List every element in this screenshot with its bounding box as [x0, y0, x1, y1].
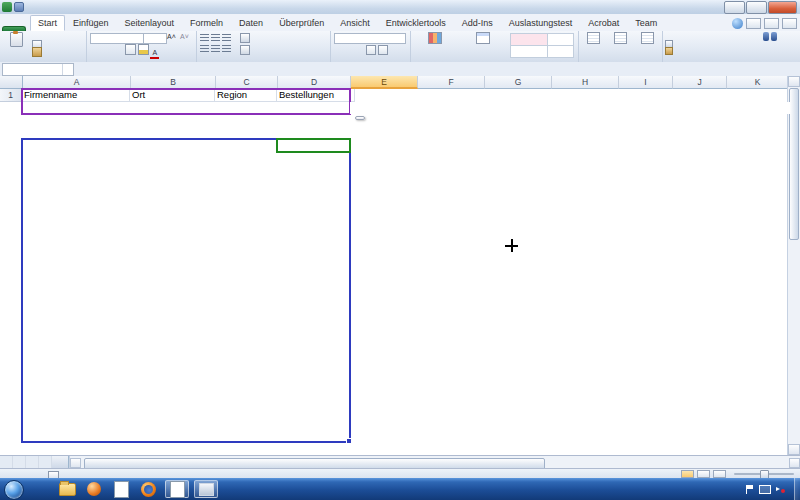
percent-format-button[interactable] — [345, 46, 354, 55]
ribbon-tab-entwicklertools[interactable]: Entwicklertools — [378, 15, 454, 31]
active-cell-editor[interactable] — [350, 102, 790, 115]
underline-button[interactable] — [111, 46, 120, 55]
align-right-icon[interactable] — [222, 45, 231, 53]
ribbon-tab-einfügen[interactable]: Einfügen — [65, 15, 117, 31]
action-center-icon[interactable] — [746, 485, 754, 494]
cell-E1[interactable] — [350, 89, 355, 102]
name-box-dropdown-icon[interactable] — [62, 64, 73, 75]
find-select-button[interactable] — [754, 32, 786, 42]
conditional-formatting-button[interactable] — [412, 32, 458, 45]
column-header-K[interactable]: K — [727, 76, 789, 89]
cell-B1[interactable]: Ort — [130, 89, 215, 102]
vertical-scrollbar[interactable] — [787, 76, 800, 455]
save-button[interactable] — [14, 2, 24, 12]
column-header-B[interactable]: B — [131, 76, 216, 89]
cell-A1[interactable]: Firmenname — [22, 89, 130, 102]
ribbon-tab-team[interactable]: Team — [627, 15, 665, 31]
ribbon-tab-acrobat[interactable]: Acrobat — [580, 15, 627, 31]
ribbon-tab-ansicht[interactable]: Ansicht — [332, 15, 378, 31]
borders-button[interactable] — [125, 44, 136, 55]
network-icon[interactable] — [759, 485, 771, 494]
italic-button[interactable] — [101, 46, 110, 55]
align-center-icon[interactable] — [211, 45, 220, 53]
workbook-close-icon[interactable] — [782, 18, 797, 29]
paste-button[interactable] — [2, 32, 30, 47]
font-name-select[interactable] — [90, 33, 144, 44]
ribbon-tab-seitenlayout[interactable]: Seitenlayout — [117, 15, 183, 31]
align-top-icon[interactable] — [200, 34, 209, 42]
ribbon-tab-formeln[interactable]: Formeln — [182, 15, 231, 31]
normal-view-button[interactable] — [681, 470, 694, 478]
qat-dropdown-icon[interactable] — [50, 2, 60, 12]
fill-color-button[interactable] — [138, 44, 149, 55]
ribbon-tabs: StartEinfügenSeitenlayoutFormelnDatenÜbe… — [30, 15, 665, 31]
undo-button[interactable] — [26, 2, 36, 12]
scroll-left-icon[interactable] — [70, 458, 81, 468]
fill-handle[interactable] — [346, 438, 352, 444]
align-left-icon[interactable] — [200, 45, 209, 53]
font-size-select[interactable] — [143, 33, 167, 44]
ribbon-tab-add-ins[interactable]: Add-Ins — [454, 15, 501, 31]
column-header-I[interactable]: I — [619, 76, 673, 89]
decrease-decimal-icon[interactable] — [378, 45, 388, 55]
column-header-F[interactable]: F — [418, 76, 485, 89]
column-header-C[interactable]: C — [216, 76, 278, 89]
name-box[interactable] — [2, 63, 74, 76]
volume-icon[interactable] — [776, 485, 785, 493]
taskbar-mediaplayer-icon[interactable] — [82, 480, 106, 498]
row-header-1[interactable]: 1 — [0, 89, 22, 102]
format-cells-button[interactable] — [634, 32, 660, 51]
maximize-button[interactable] — [746, 1, 767, 14]
format-as-table-button[interactable] — [460, 32, 506, 45]
cell-D1[interactable]: Bestellungen — [277, 89, 350, 102]
ribbon: A˄ A˅ A — [0, 31, 800, 63]
minimize-button[interactable] — [724, 1, 745, 14]
bold-button[interactable] — [90, 46, 99, 55]
align-middle-icon[interactable] — [211, 34, 220, 42]
excel-logo-icon[interactable] — [2, 2, 12, 12]
taskbar-explorer-icon[interactable] — [55, 480, 79, 498]
number-format-select[interactable] — [334, 33, 406, 44]
start-button[interactable] — [4, 480, 24, 500]
column-header-A[interactable]: A — [23, 76, 131, 89]
help-icon[interactable] — [732, 18, 743, 29]
currency-format-button[interactable] — [334, 46, 343, 55]
scroll-down-icon[interactable] — [788, 444, 800, 455]
select-all-corner[interactable] — [0, 76, 23, 89]
redo-button[interactable] — [38, 2, 48, 12]
column-header-G[interactable]: G — [485, 76, 552, 89]
taskbar-word-icon[interactable] — [109, 480, 133, 498]
increase-decimal-icon[interactable] — [366, 45, 376, 55]
cell-C1[interactable]: Region — [215, 89, 277, 102]
workbook-minimize-icon[interactable] — [746, 18, 761, 29]
wrap-text-button[interactable] — [240, 33, 251, 44]
comma-format-button[interactable] — [356, 46, 365, 55]
ribbon-tab-überprüfen[interactable]: Überprüfen — [271, 15, 332, 31]
close-button[interactable] — [768, 1, 797, 14]
show-desktop-button[interactable] — [794, 478, 800, 500]
ribbon-tab-daten[interactable]: Daten — [231, 15, 271, 31]
scroll-up-icon[interactable] — [788, 76, 800, 87]
vertical-scroll-thumb[interactable] — [789, 88, 799, 240]
ribbon-tab-start[interactable]: Start — [30, 15, 65, 31]
taskbar-ie-icon[interactable] — [28, 480, 52, 498]
ribbon-group-styles — [410, 31, 579, 62]
insert-cells-button[interactable] — [580, 32, 606, 51]
shrink-font-button[interactable]: A˅ — [180, 33, 189, 40]
taskbar-firefox-icon[interactable] — [136, 480, 160, 498]
taskbar-app-icon[interactable] — [194, 480, 218, 498]
taskbar-excel-icon[interactable] — [165, 480, 189, 498]
align-bottom-icon[interactable] — [222, 34, 231, 42]
scroll-right-icon[interactable] — [789, 458, 800, 468]
ribbon-group-font: A˄ A˅ A — [86, 31, 197, 62]
workbook-restore-icon[interactable] — [764, 18, 779, 29]
column-header-D[interactable]: D — [278, 76, 351, 89]
page-layout-view-button[interactable] — [697, 470, 710, 478]
column-header-H[interactable]: H — [552, 76, 619, 89]
column-header-J[interactable]: J — [673, 76, 727, 89]
grow-font-button[interactable]: A˄ — [167, 33, 176, 40]
column-header-E[interactable]: E — [351, 76, 418, 89]
delete-cells-button[interactable] — [607, 32, 633, 51]
ribbon-tab-auslastungstest[interactable]: Auslastungstest — [501, 15, 581, 31]
page-break-view-button[interactable] — [713, 470, 726, 478]
